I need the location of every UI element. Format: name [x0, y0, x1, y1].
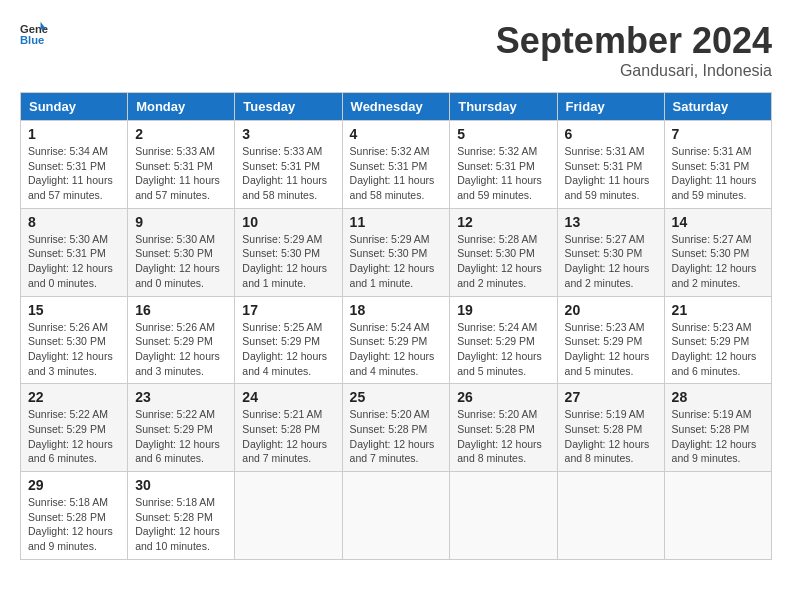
weekday-header-cell: Sunday	[21, 93, 128, 121]
day-info: Sunrise: 5:33 AM Sunset: 5:31 PM Dayligh…	[135, 144, 227, 203]
day-number: 25	[350, 389, 443, 405]
calendar-day-cell: 21Sunrise: 5:23 AM Sunset: 5:29 PM Dayli…	[664, 296, 771, 384]
day-number: 23	[135, 389, 227, 405]
calendar-day-cell	[664, 472, 771, 560]
location: Gandusari, Indonesia	[496, 62, 772, 80]
weekday-header-row: SundayMondayTuesdayWednesdayThursdayFrid…	[21, 93, 772, 121]
day-number: 27	[565, 389, 657, 405]
logo-icon: General Blue	[20, 20, 48, 48]
day-info: Sunrise: 5:34 AM Sunset: 5:31 PM Dayligh…	[28, 144, 120, 203]
calendar-day-cell: 16Sunrise: 5:26 AM Sunset: 5:29 PM Dayli…	[128, 296, 235, 384]
day-info: Sunrise: 5:24 AM Sunset: 5:29 PM Dayligh…	[350, 320, 443, 379]
day-info: Sunrise: 5:21 AM Sunset: 5:28 PM Dayligh…	[242, 407, 334, 466]
calendar-day-cell: 25Sunrise: 5:20 AM Sunset: 5:28 PM Dayli…	[342, 384, 450, 472]
day-info: Sunrise: 5:31 AM Sunset: 5:31 PM Dayligh…	[672, 144, 764, 203]
day-info: Sunrise: 5:26 AM Sunset: 5:29 PM Dayligh…	[135, 320, 227, 379]
day-info: Sunrise: 5:20 AM Sunset: 5:28 PM Dayligh…	[350, 407, 443, 466]
day-info: Sunrise: 5:33 AM Sunset: 5:31 PM Dayligh…	[242, 144, 334, 203]
calendar-day-cell: 22Sunrise: 5:22 AM Sunset: 5:29 PM Dayli…	[21, 384, 128, 472]
weekday-header-cell: Wednesday	[342, 93, 450, 121]
calendar-week-row: 1Sunrise: 5:34 AM Sunset: 5:31 PM Daylig…	[21, 121, 772, 209]
weekday-header-cell: Saturday	[664, 93, 771, 121]
calendar-day-cell	[450, 472, 557, 560]
calendar-week-row: 29Sunrise: 5:18 AM Sunset: 5:28 PM Dayli…	[21, 472, 772, 560]
day-info: Sunrise: 5:29 AM Sunset: 5:30 PM Dayligh…	[242, 232, 334, 291]
day-info: Sunrise: 5:25 AM Sunset: 5:29 PM Dayligh…	[242, 320, 334, 379]
title-block: September 2024 Gandusari, Indonesia	[496, 20, 772, 80]
calendar-day-cell: 12Sunrise: 5:28 AM Sunset: 5:30 PM Dayli…	[450, 208, 557, 296]
day-number: 17	[242, 302, 334, 318]
day-number: 24	[242, 389, 334, 405]
day-info: Sunrise: 5:32 AM Sunset: 5:31 PM Dayligh…	[350, 144, 443, 203]
weekday-header-cell: Tuesday	[235, 93, 342, 121]
svg-text:Blue: Blue	[20, 34, 44, 46]
calendar-day-cell: 3Sunrise: 5:33 AM Sunset: 5:31 PM Daylig…	[235, 121, 342, 209]
day-number: 1	[28, 126, 120, 142]
day-info: Sunrise: 5:23 AM Sunset: 5:29 PM Dayligh…	[565, 320, 657, 379]
calendar-day-cell: 27Sunrise: 5:19 AM Sunset: 5:28 PM Dayli…	[557, 384, 664, 472]
day-number: 28	[672, 389, 764, 405]
day-number: 29	[28, 477, 120, 493]
calendar-day-cell: 1Sunrise: 5:34 AM Sunset: 5:31 PM Daylig…	[21, 121, 128, 209]
day-info: Sunrise: 5:31 AM Sunset: 5:31 PM Dayligh…	[565, 144, 657, 203]
day-info: Sunrise: 5:22 AM Sunset: 5:29 PM Dayligh…	[135, 407, 227, 466]
day-info: Sunrise: 5:29 AM Sunset: 5:30 PM Dayligh…	[350, 232, 443, 291]
calendar-day-cell: 8Sunrise: 5:30 AM Sunset: 5:31 PM Daylig…	[21, 208, 128, 296]
day-info: Sunrise: 5:27 AM Sunset: 5:30 PM Dayligh…	[565, 232, 657, 291]
day-number: 22	[28, 389, 120, 405]
calendar-day-cell: 23Sunrise: 5:22 AM Sunset: 5:29 PM Dayli…	[128, 384, 235, 472]
day-info: Sunrise: 5:19 AM Sunset: 5:28 PM Dayligh…	[565, 407, 657, 466]
calendar-day-cell: 5Sunrise: 5:32 AM Sunset: 5:31 PM Daylig…	[450, 121, 557, 209]
day-info: Sunrise: 5:24 AM Sunset: 5:29 PM Dayligh…	[457, 320, 549, 379]
day-info: Sunrise: 5:18 AM Sunset: 5:28 PM Dayligh…	[28, 495, 120, 554]
weekday-header-cell: Monday	[128, 93, 235, 121]
calendar-day-cell: 10Sunrise: 5:29 AM Sunset: 5:30 PM Dayli…	[235, 208, 342, 296]
day-info: Sunrise: 5:28 AM Sunset: 5:30 PM Dayligh…	[457, 232, 549, 291]
calendar-body: 1Sunrise: 5:34 AM Sunset: 5:31 PM Daylig…	[21, 121, 772, 560]
day-number: 14	[672, 214, 764, 230]
calendar-day-cell: 4Sunrise: 5:32 AM Sunset: 5:31 PM Daylig…	[342, 121, 450, 209]
calendar-day-cell: 15Sunrise: 5:26 AM Sunset: 5:30 PM Dayli…	[21, 296, 128, 384]
day-number: 11	[350, 214, 443, 230]
day-number: 3	[242, 126, 334, 142]
calendar-day-cell: 14Sunrise: 5:27 AM Sunset: 5:30 PM Dayli…	[664, 208, 771, 296]
calendar-day-cell: 30Sunrise: 5:18 AM Sunset: 5:28 PM Dayli…	[128, 472, 235, 560]
day-number: 6	[565, 126, 657, 142]
day-info: Sunrise: 5:32 AM Sunset: 5:31 PM Dayligh…	[457, 144, 549, 203]
calendar-day-cell: 11Sunrise: 5:29 AM Sunset: 5:30 PM Dayli…	[342, 208, 450, 296]
day-number: 20	[565, 302, 657, 318]
weekday-header-cell: Friday	[557, 93, 664, 121]
day-number: 19	[457, 302, 549, 318]
day-info: Sunrise: 5:20 AM Sunset: 5:28 PM Dayligh…	[457, 407, 549, 466]
calendar-table: SundayMondayTuesdayWednesdayThursdayFrid…	[20, 92, 772, 560]
calendar-week-row: 8Sunrise: 5:30 AM Sunset: 5:31 PM Daylig…	[21, 208, 772, 296]
day-number: 12	[457, 214, 549, 230]
calendar-day-cell: 6Sunrise: 5:31 AM Sunset: 5:31 PM Daylig…	[557, 121, 664, 209]
page-header: General Blue September 2024 Gandusari, I…	[20, 20, 772, 80]
calendar-day-cell	[557, 472, 664, 560]
day-number: 9	[135, 214, 227, 230]
calendar-day-cell: 19Sunrise: 5:24 AM Sunset: 5:29 PM Dayli…	[450, 296, 557, 384]
day-number: 7	[672, 126, 764, 142]
calendar-day-cell: 7Sunrise: 5:31 AM Sunset: 5:31 PM Daylig…	[664, 121, 771, 209]
calendar-week-row: 22Sunrise: 5:22 AM Sunset: 5:29 PM Dayli…	[21, 384, 772, 472]
day-number: 15	[28, 302, 120, 318]
day-number: 10	[242, 214, 334, 230]
day-info: Sunrise: 5:30 AM Sunset: 5:30 PM Dayligh…	[135, 232, 227, 291]
day-info: Sunrise: 5:22 AM Sunset: 5:29 PM Dayligh…	[28, 407, 120, 466]
day-number: 21	[672, 302, 764, 318]
day-info: Sunrise: 5:23 AM Sunset: 5:29 PM Dayligh…	[672, 320, 764, 379]
calendar-day-cell: 26Sunrise: 5:20 AM Sunset: 5:28 PM Dayli…	[450, 384, 557, 472]
calendar-day-cell: 28Sunrise: 5:19 AM Sunset: 5:28 PM Dayli…	[664, 384, 771, 472]
calendar-week-row: 15Sunrise: 5:26 AM Sunset: 5:30 PM Dayli…	[21, 296, 772, 384]
day-number: 18	[350, 302, 443, 318]
day-info: Sunrise: 5:18 AM Sunset: 5:28 PM Dayligh…	[135, 495, 227, 554]
calendar-day-cell: 20Sunrise: 5:23 AM Sunset: 5:29 PM Dayli…	[557, 296, 664, 384]
day-number: 30	[135, 477, 227, 493]
day-info: Sunrise: 5:19 AM Sunset: 5:28 PM Dayligh…	[672, 407, 764, 466]
day-number: 8	[28, 214, 120, 230]
day-number: 2	[135, 126, 227, 142]
calendar-day-cell: 29Sunrise: 5:18 AM Sunset: 5:28 PM Dayli…	[21, 472, 128, 560]
calendar-day-cell: 24Sunrise: 5:21 AM Sunset: 5:28 PM Dayli…	[235, 384, 342, 472]
calendar-day-cell	[342, 472, 450, 560]
